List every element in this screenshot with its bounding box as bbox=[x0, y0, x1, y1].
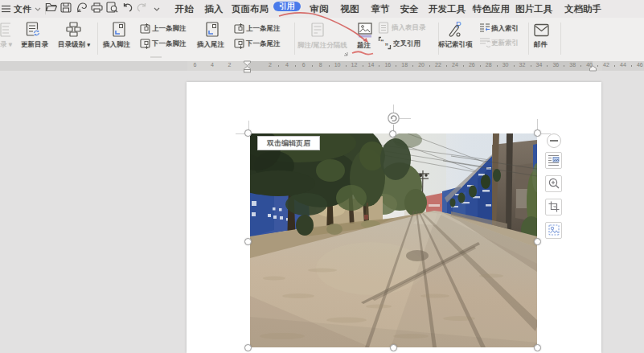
svg-text:”: ” bbox=[385, 42, 389, 50]
svg-text:“: “ bbox=[380, 38, 384, 46]
